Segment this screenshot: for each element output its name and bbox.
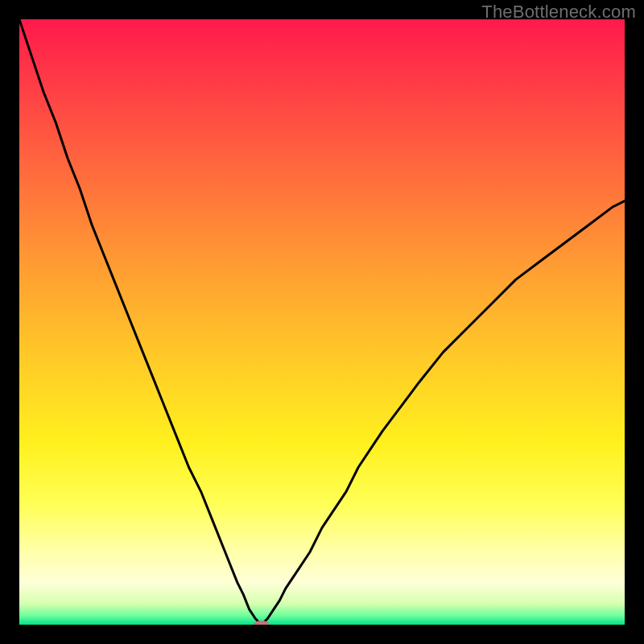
chart-background xyxy=(19,19,625,625)
chart-area xyxy=(19,19,625,625)
bottleneck-chart xyxy=(19,19,625,625)
